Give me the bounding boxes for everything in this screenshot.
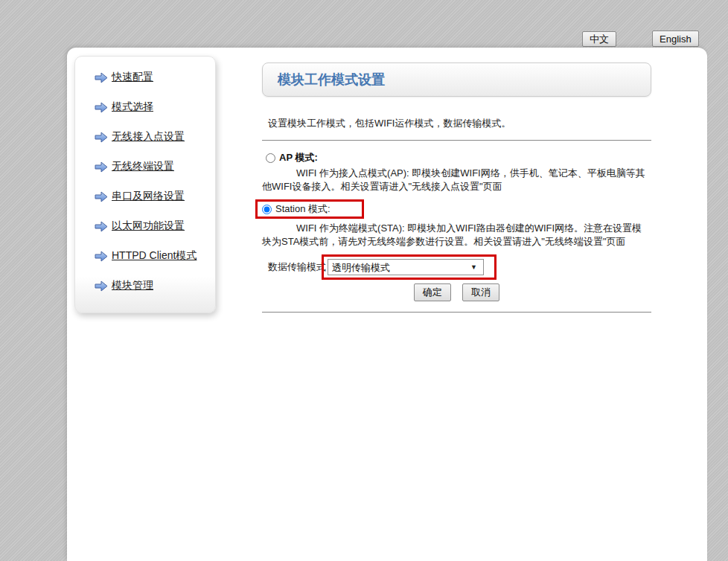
sidebar-nav: 快速配置 模式选择 无线接入点设置 无线终端设置 串口及网络设置 以太网功能设置… bbox=[74, 56, 216, 313]
ap-mode-description: WIFI 作为接入点模式(AP): 即模块创建WIFI网络，供手机、笔记本、平板… bbox=[262, 167, 651, 193]
station-mode-radio[interactable] bbox=[262, 205, 272, 214]
transmission-select-wrap: 透明传输模式 ▼ bbox=[328, 259, 484, 275]
sidebar-item-label[interactable]: 串口及网络设置 bbox=[112, 190, 185, 203]
right-arrow-icon bbox=[95, 102, 108, 113]
sidebar-item-wireless-ap[interactable]: 无线接入点设置 bbox=[75, 122, 215, 152]
divider bbox=[262, 140, 651, 141]
right-arrow-icon bbox=[95, 161, 108, 173]
page-background: { "lang_toolbar": { "chinese_label": "中文… bbox=[0, 0, 728, 561]
language-english-button[interactable]: English bbox=[652, 31, 699, 47]
right-arrow-icon bbox=[95, 280, 108, 292]
sidebar-item-mode-select[interactable]: 模式选择 bbox=[75, 92, 215, 122]
sidebar-item-wireless-sta[interactable]: 无线终端设置 bbox=[75, 152, 215, 182]
station-mode-description: WIFI 作为终端模式(STA): 即模块加入WIFI路由器创建的WIFI网络。… bbox=[262, 222, 651, 249]
right-arrow-icon bbox=[95, 132, 108, 143]
sidebar-item-label[interactable]: 模式选择 bbox=[112, 100, 153, 114]
divider bbox=[262, 312, 651, 313]
sidebar-item-label[interactable]: 无线接入点设置 bbox=[112, 130, 185, 144]
sidebar-item-label[interactable]: HTTPD Client模式 bbox=[112, 249, 197, 263]
ap-mode-label[interactable]: AP 模式: bbox=[279, 151, 318, 164]
right-arrow-icon bbox=[95, 191, 108, 202]
sidebar-item-label[interactable]: 无线终端设置 bbox=[112, 160, 174, 173]
station-mode-row: Station 模式: bbox=[262, 196, 651, 220]
station-mode-annotation-box: Station 模式: bbox=[255, 199, 364, 219]
language-chinese-button[interactable]: 中文 bbox=[582, 31, 616, 47]
sidebar-item-label[interactable]: 模块管理 bbox=[112, 279, 153, 292]
sidebar-item-ethernet[interactable]: 以太网功能设置 bbox=[75, 211, 215, 241]
sidebar-item-quick-config[interactable]: 快速配置 bbox=[75, 62, 215, 92]
page-title-bar: 模块工作模式设置 bbox=[262, 62, 651, 97]
transmission-mode-select[interactable]: 透明传输模式 bbox=[328, 259, 484, 275]
sidebar-item-httpd-client[interactable]: HTTPD Client模式 bbox=[75, 241, 215, 271]
ap-mode-radio[interactable] bbox=[266, 153, 275, 163]
sidebar-item-label[interactable]: 以太网功能设置 bbox=[112, 219, 185, 233]
ap-mode-row: AP 模式: bbox=[266, 150, 651, 165]
page-description: 设置模块工作模式，包括WIFI运作模式，数据传输模式。 bbox=[268, 117, 651, 130]
content-panel: 快速配置 模式选择 无线接入点设置 无线终端设置 串口及网络设置 以太网功能设置… bbox=[67, 48, 707, 561]
main-content: 模块工作模式设置 设置模块工作模式，包括WIFI运作模式，数据传输模式。 AP … bbox=[262, 62, 651, 322]
transmission-annotation-box: 透明传输模式 ▼ bbox=[322, 254, 496, 280]
right-arrow-icon bbox=[95, 221, 108, 232]
cancel-button[interactable]: 取消 bbox=[462, 283, 499, 301]
page-title: 模块工作模式设置 bbox=[278, 71, 385, 89]
transmission-mode-label: 数据传输模式 bbox=[268, 260, 326, 274]
sidebar-item-label[interactable]: 快速配置 bbox=[112, 71, 153, 84]
sidebar-item-serial-network[interactable]: 串口及网络设置 bbox=[75, 182, 215, 211]
action-buttons-row: 确定 取消 bbox=[262, 283, 651, 301]
right-arrow-icon bbox=[95, 251, 108, 262]
sidebar-item-module-mgmt[interactable]: 模块管理 bbox=[75, 271, 215, 301]
right-arrow-icon bbox=[95, 72, 108, 83]
station-mode-label[interactable]: Station 模式: bbox=[275, 202, 331, 216]
ok-button[interactable]: 确定 bbox=[414, 283, 451, 301]
transmission-mode-row: 数据传输模式 透明传输模式 ▼ bbox=[268, 254, 651, 280]
